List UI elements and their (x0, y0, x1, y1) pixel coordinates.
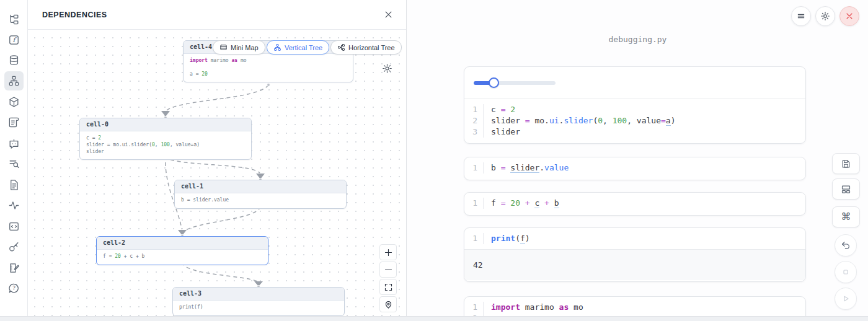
zoom-out-button[interactable] (379, 262, 397, 278)
app-footer (0, 316, 868, 321)
notebook-pane: debugging.py 1c = 2 2slider = mo.ui.slid… (407, 0, 868, 321)
horizontal-tree-button-label: Horizontal Tree (348, 44, 395, 51)
minimap-button-label: Mini Map (231, 44, 259, 51)
notebook-menu-button[interactable] (791, 6, 811, 26)
code-line[interactable]: f = 20 + c + b (483, 198, 805, 209)
locate-node-button[interactable] (379, 296, 397, 312)
interrupt-button[interactable] (835, 261, 857, 283)
cell-code-editor[interactable]: 1f = 20 + c + b (464, 193, 805, 214)
play-icon (841, 294, 851, 304)
scratchpad-icon[interactable] (4, 258, 24, 278)
notebook-cell: 1print(f) 42 (464, 227, 806, 282)
secrets-icon[interactable] (4, 237, 24, 257)
save-floppy-icon (841, 159, 851, 169)
tracing-icon[interactable] (4, 196, 24, 215)
graph-code-line: slider = mo.ui.slider(0, 100, value=a) (86, 142, 245, 149)
snippets-icon[interactable] (4, 175, 24, 195)
horizontal-tree-icon (337, 43, 345, 51)
line-number: 1 (464, 302, 483, 313)
activity-sidebar: f ? (0, 0, 28, 321)
notebook-cell: 1b = slider.value (464, 157, 806, 180)
stop-icon (841, 267, 851, 277)
save-button[interactable] (832, 153, 860, 174)
graph-node-cell-1[interactable]: cell-1 b = slider.value (174, 180, 347, 209)
notebook-cell: 1c = 2 2slider = mo.ui.slider(0, 100, va… (464, 66, 806, 144)
cell-code-editor[interactable]: 1c = 2 2slider = mo.ui.slider(0, 100, va… (464, 99, 805, 143)
code-line[interactable]: print(f) (483, 233, 805, 244)
help-icon[interactable]: ? (4, 279, 24, 298)
packages-icon[interactable] (4, 92, 24, 112)
dependency-graph-canvas[interactable]: cell-4 import marimo as mo a = 20 cell-0… (28, 30, 406, 316)
graph-code-line: import marimo as mo (190, 58, 347, 64)
vertical-tree-icon (273, 43, 281, 51)
line-number: 2 (464, 115, 483, 126)
code-line[interactable]: import marimo as mo (483, 302, 805, 313)
dependencies-panel-header: DEPENDENCIES (28, 0, 406, 30)
horizontal-tree-button[interactable]: Horizontal Tree (330, 40, 402, 55)
graph-node-cell-3[interactable]: cell-3 print(f) (172, 287, 345, 316)
vertical-tree-button-label: Vertical Tree (285, 44, 322, 51)
graph-node-title: cell-2 (97, 237, 268, 250)
line-number: 1 (464, 198, 483, 209)
keyboard-shortcuts-button[interactable]: ⌘ (832, 206, 860, 227)
cell-code-editor[interactable]: 1print(f) (464, 228, 805, 249)
undo-button[interactable] (835, 234, 857, 257)
graph-zoom-controls (379, 244, 397, 314)
search-logs-icon[interactable] (4, 154, 24, 174)
graph-node-cell-0[interactable]: cell-0 c = 2 slider = mo.ui.slider(0, 10… (79, 118, 252, 160)
close-panel-icon[interactable] (381, 8, 395, 22)
file-tree-icon[interactable] (4, 10, 24, 29)
minimap-button[interactable]: Mini Map (213, 40, 265, 55)
line-number: 1 (464, 104, 483, 115)
cell-code-editor[interactable]: 1b = slider.value (464, 157, 805, 178)
line-number: 1 (464, 162, 483, 174)
graph-code-line: print(f) (179, 304, 338, 311)
code-line[interactable]: slider = mo.ui.slider(0, 100, value=a) (483, 115, 805, 126)
graph-code-line (190, 64, 347, 71)
graph-node-title: cell-1 (175, 180, 346, 193)
cell-output-widget (464, 67, 805, 99)
dependencies-icon[interactable] (4, 71, 24, 90)
code-line[interactable]: b = slider.value (483, 162, 805, 174)
panel-title: DEPENDENCIES (42, 11, 107, 19)
hamburger-menu-icon (796, 11, 806, 21)
ai-chat-icon[interactable] (4, 134, 24, 153)
slider-widget[interactable] (474, 77, 556, 88)
line-number: 1 (464, 233, 483, 244)
graph-code-line: a = 20 (190, 71, 347, 78)
svg-text:f: f (13, 36, 17, 43)
notebook-filename[interactable]: debugging.py (407, 35, 868, 44)
cell-console-output: 42 (464, 249, 805, 280)
graph-settings-gear-icon[interactable] (382, 63, 392, 74)
gear-icon (820, 11, 830, 21)
run-button[interactable] (835, 288, 857, 310)
graph-code-line: b = slider.value (181, 197, 340, 204)
graph-node-title: cell-3 (173, 288, 344, 301)
graph-code-line: c = 2 (86, 135, 245, 142)
documentation-icon[interactable] (4, 113, 24, 132)
layout-icon (841, 184, 851, 195)
code-line[interactable]: slider (483, 126, 805, 138)
console-icon[interactable] (4, 217, 24, 236)
graph-node-title: cell-0 (80, 118, 251, 131)
dependencies-panel: DEPENDENCIES (28, 0, 407, 316)
layout-panels-button[interactable] (832, 178, 860, 200)
data-sources-icon[interactable] (4, 51, 24, 70)
code-line[interactable]: c = 2 (483, 104, 805, 115)
zoom-in-button[interactable] (379, 244, 397, 260)
slider-knob[interactable] (489, 77, 499, 88)
graph-node-cell-2-selected[interactable]: cell-2 f = 20 + c + b (96, 236, 268, 265)
fit-view-button[interactable] (379, 279, 397, 295)
close-x-icon (844, 11, 854, 21)
line-number: 3 (464, 126, 483, 138)
notebook-cell: 1f = 20 + c + b (464, 192, 806, 216)
svg-text:?: ? (12, 285, 16, 291)
command-icon: ⌘ (841, 212, 851, 222)
shutdown-button[interactable] (839, 6, 859, 26)
vertical-tree-button[interactable]: Vertical Tree (267, 40, 329, 55)
minimap-icon (219, 43, 228, 51)
variables-icon[interactable]: f (4, 30, 24, 50)
undo-icon (841, 240, 851, 250)
graph-code-line: f = 20 + c + b (103, 253, 262, 260)
settings-button[interactable] (815, 6, 835, 26)
